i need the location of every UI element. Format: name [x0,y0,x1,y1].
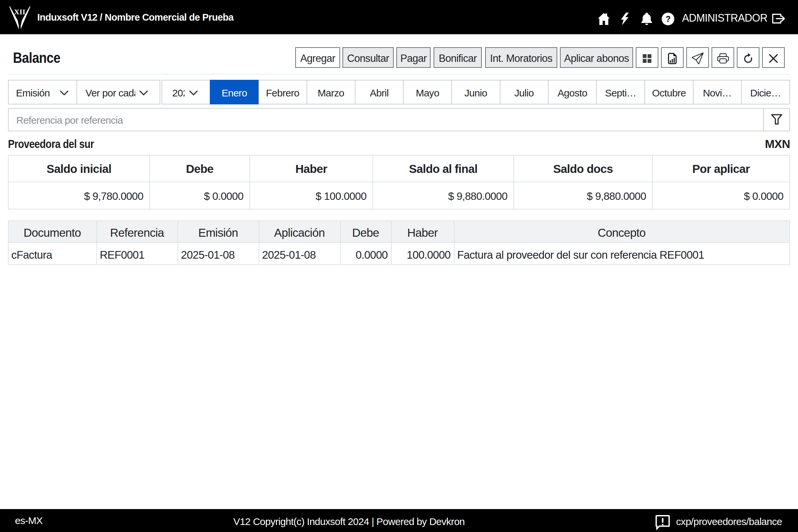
svg-text:?: ? [666,14,671,24]
svg-text:XII: XII [14,8,25,16]
